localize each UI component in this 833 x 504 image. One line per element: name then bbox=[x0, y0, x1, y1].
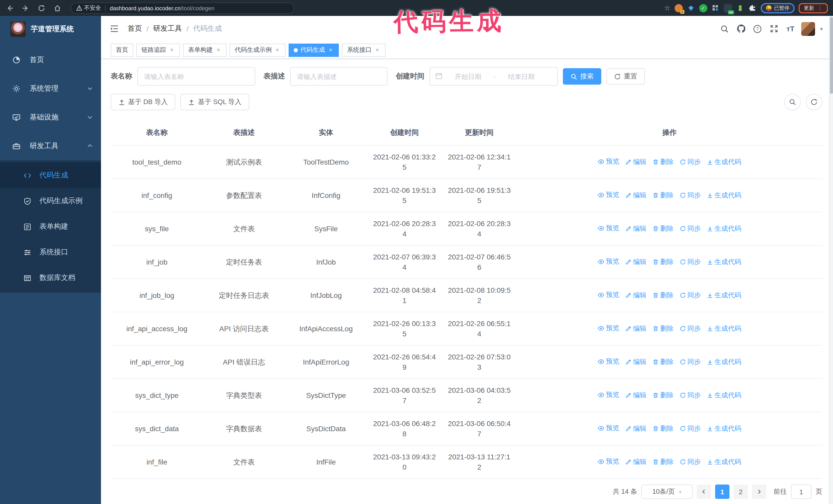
breadcrumb-home[interactable]: 首页 bbox=[128, 24, 142, 33]
action-edit-link[interactable]: 编辑 bbox=[625, 223, 646, 234]
action-eye-link[interactable]: 预览 bbox=[598, 323, 619, 334]
action-eye-link[interactable]: 预览 bbox=[598, 157, 619, 167]
action-delete-link[interactable]: 删除 bbox=[652, 157, 673, 167]
action-delete-link[interactable]: 删除 bbox=[652, 290, 673, 301]
font-size-icon[interactable]: тT bbox=[785, 23, 796, 34]
tab-system-api[interactable]: 系统接口× bbox=[342, 43, 385, 57]
page-size-select[interactable]: 10条/页 ▾ bbox=[641, 484, 693, 499]
action-sync-link[interactable]: 同步 bbox=[680, 223, 701, 234]
search-icon[interactable] bbox=[719, 23, 731, 34]
action-sync-link[interactable]: 同步 bbox=[680, 357, 701, 367]
tab-close-icon[interactable]: × bbox=[374, 47, 380, 53]
action-edit-link[interactable]: 编辑 bbox=[625, 290, 646, 301]
end-date-input[interactable] bbox=[499, 73, 544, 80]
tab-close-icon[interactable]: × bbox=[328, 47, 334, 53]
sidebar-item-dev-tools[interactable]: 研发工具 bbox=[0, 132, 101, 161]
extension-icon[interactable]: 1 bbox=[674, 4, 683, 12]
action-eye-link[interactable]: 预览 bbox=[598, 357, 619, 367]
extension-icon[interactable]: ✓ bbox=[699, 4, 707, 12]
action-sync-link[interactable]: 同步 bbox=[680, 257, 701, 267]
sidebar-collapse-icon[interactable] bbox=[109, 24, 119, 34]
sidebar-item-system[interactable]: 系统管理 bbox=[0, 74, 101, 103]
browser-reload-icon[interactable] bbox=[35, 2, 48, 14]
action-download-link[interactable]: 生成代码 bbox=[707, 323, 741, 334]
tab-form-builder[interactable]: 表单构建× bbox=[183, 43, 227, 57]
action-eye-link[interactable]: 预览 bbox=[598, 290, 619, 300]
extension-icon[interactable] bbox=[711, 4, 719, 12]
action-sync-link[interactable]: 同步 bbox=[680, 424, 701, 434]
action-edit-link[interactable]: 编辑 bbox=[625, 190, 646, 200]
next-page-button[interactable] bbox=[752, 484, 766, 499]
start-date-input[interactable] bbox=[446, 73, 491, 80]
action-download-link[interactable]: 生成代码 bbox=[707, 257, 741, 267]
action-delete-link[interactable]: 删除 bbox=[652, 323, 673, 334]
action-edit-link[interactable]: 编辑 bbox=[625, 157, 646, 167]
tab-trace[interactable]: 链路追踪× bbox=[136, 43, 180, 57]
action-eye-link[interactable]: 预览 bbox=[598, 257, 619, 267]
action-download-link[interactable]: 生成代码 bbox=[707, 223, 741, 234]
github-icon[interactable] bbox=[736, 23, 747, 34]
action-eye-link[interactable]: 预览 bbox=[598, 423, 619, 433]
action-edit-link[interactable]: 编辑 bbox=[625, 257, 646, 267]
help-icon[interactable]: ? bbox=[752, 23, 763, 34]
fullscreen-icon[interactable] bbox=[768, 23, 780, 34]
table-desc-input[interactable] bbox=[290, 67, 387, 86]
browser-update-button[interactable]: 更新 ⋮ bbox=[799, 3, 828, 13]
action-sync-link[interactable]: 同步 bbox=[680, 190, 701, 200]
sidebar-item-codegen-example[interactable]: 代码生成示例 bbox=[0, 188, 101, 214]
scrollbar-thumb[interactable] bbox=[830, 17, 833, 94]
page-button-2[interactable]: 2 bbox=[734, 484, 748, 499]
action-download-link[interactable]: 生成代码 bbox=[707, 190, 741, 200]
page-button-1[interactable]: 1 bbox=[715, 484, 730, 499]
action-delete-link[interactable]: 删除 bbox=[652, 424, 673, 434]
action-sync-link[interactable]: 同步 bbox=[680, 323, 701, 334]
tab-codegen-example[interactable]: 代码生成示例× bbox=[230, 43, 286, 57]
action-sync-link[interactable]: 同步 bbox=[680, 290, 701, 301]
action-edit-link[interactable]: 编辑 bbox=[625, 323, 646, 334]
sidebar-item-system-api[interactable]: 系统接口 bbox=[0, 239, 101, 265]
puzzle-extensions-icon[interactable] bbox=[748, 4, 756, 12]
action-download-link[interactable]: 生成代码 bbox=[707, 290, 741, 301]
table-name-input[interactable] bbox=[137, 67, 255, 86]
bookmark-star-icon[interactable]: ☆ bbox=[664, 4, 670, 12]
action-sync-link[interactable]: 同步 bbox=[680, 390, 701, 401]
refresh-table-button[interactable] bbox=[806, 94, 822, 110]
action-eye-link[interactable]: 预览 bbox=[598, 457, 619, 467]
page-scrollbar[interactable] bbox=[829, 16, 833, 504]
browser-back-icon[interactable] bbox=[4, 2, 16, 14]
avatar[interactable] bbox=[801, 22, 815, 35]
search-button[interactable]: 搜索 bbox=[563, 68, 601, 85]
action-download-link[interactable]: 生成代码 bbox=[707, 157, 741, 167]
sidebar-item-form-builder[interactable]: 表单构建 bbox=[0, 214, 101, 239]
browser-menu-icon[interactable]: ⋮ bbox=[817, 5, 823, 11]
action-delete-link[interactable]: 删除 bbox=[652, 257, 673, 267]
goto-page-input[interactable] bbox=[791, 484, 811, 499]
action-eye-link[interactable]: 预览 bbox=[598, 390, 619, 400]
sidebar-item-infrastructure[interactable]: 基础设施 bbox=[0, 103, 101, 132]
prev-page-button[interactable] bbox=[697, 484, 711, 499]
tab-home[interactable]: 首页 bbox=[111, 43, 133, 57]
not-secure-warning[interactable]: 不安全 bbox=[76, 4, 101, 12]
extension-icon[interactable] bbox=[736, 4, 744, 12]
import-sql-button[interactable]: 基于 SQL 导入 bbox=[181, 94, 249, 110]
import-db-button[interactable]: 基于 DB 导入 bbox=[111, 94, 175, 110]
sidebar-item-codegen[interactable]: 代码生成 bbox=[0, 163, 101, 188]
browser-forward-icon[interactable] bbox=[20, 2, 32, 14]
extension-icon[interactable] bbox=[687, 4, 695, 12]
action-delete-link[interactable]: 删除 bbox=[652, 190, 673, 200]
chevron-down-icon[interactable]: ▾ bbox=[820, 26, 823, 31]
sidebar-item-db-doc[interactable]: 数据库文档 bbox=[0, 265, 101, 291]
action-delete-link[interactable]: 删除 bbox=[652, 390, 673, 401]
action-download-link[interactable]: 生成代码 bbox=[707, 457, 741, 467]
action-delete-link[interactable]: 删除 bbox=[652, 457, 673, 467]
action-download-link[interactable]: 生成代码 bbox=[707, 390, 741, 401]
tab-codegen[interactable]: 代码生成× bbox=[289, 43, 339, 57]
tab-close-icon[interactable]: × bbox=[274, 47, 280, 53]
extension-icon[interactable]: on bbox=[723, 4, 732, 12]
action-edit-link[interactable]: 编辑 bbox=[625, 390, 646, 401]
action-eye-link[interactable]: 预览 bbox=[598, 190, 619, 200]
sidebar-item-home[interactable]: 首页 bbox=[0, 46, 101, 74]
app-logo-row[interactable]: 芋道管理系统 bbox=[0, 16, 101, 43]
action-sync-link[interactable]: 同步 bbox=[680, 457, 701, 467]
tab-close-icon[interactable]: × bbox=[215, 47, 221, 53]
